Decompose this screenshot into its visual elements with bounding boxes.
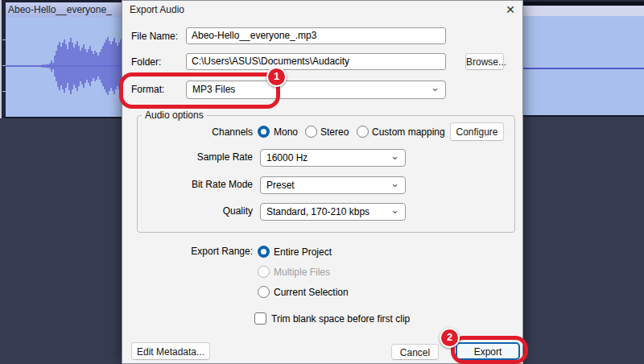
chevron-down-icon: ⌄: [390, 150, 399, 162]
audio-track-right[interactable]: [523, 0, 644, 118]
radio-stereo-label[interactable]: Stereo: [320, 126, 349, 138]
trim-blank-space-label[interactable]: Trim blank space before first clip: [271, 313, 410, 325]
trim-blank-space-checkbox[interactable]: [254, 312, 266, 325]
bit-rate-mode-value: Preset: [266, 180, 295, 191]
sample-rate-value: 16000 Hz: [266, 152, 308, 163]
radio-multiple-files: [258, 266, 270, 278]
export-audio-dialog: Export Audio × File Name: Abeo-Hello__ev…: [122, 0, 523, 364]
sample-rate-label: Sample Rate: [146, 151, 253, 163]
radio-entire-project-label[interactable]: Entire Project: [274, 246, 332, 258]
waveform-silent[interactable]: [523, 16, 644, 117]
annotation-rect-format: [119, 72, 280, 109]
radio-entire-project[interactable]: [258, 246, 270, 258]
timeline-strip: [523, 0, 644, 6]
channels-label: Channels: [146, 126, 253, 138]
file-name-input[interactable]: Abeo-Hello__everyone_.mp3: [186, 27, 446, 44]
dialog-title: Export Audio: [130, 4, 184, 15]
file-name-label: File Name:: [131, 31, 178, 42]
clip-title-bar[interactable]: Abeo-Hello__everyone_: [6, 2, 122, 17]
radio-mono[interactable]: [258, 126, 270, 138]
edit-metadata-button[interactable]: Edit Metadata...: [131, 342, 210, 360]
radio-stereo[interactable]: [305, 126, 317, 138]
sample-rate-dropdown[interactable]: 16000 Hz ⌄: [260, 149, 406, 167]
annotation-rect-export: [451, 336, 528, 364]
audio-track-left[interactable]: Abeo-Hello__everyone_: [0, 0, 122, 118]
radio-custom-mapping[interactable]: [357, 126, 369, 138]
audio-options-legend: Audio options: [142, 110, 207, 121]
radio-current-selection[interactable]: [258, 286, 270, 298]
waveform-svg: [6, 17, 122, 117]
configure-button[interactable]: Configure: [450, 122, 504, 141]
vertical-ruler: [0, 0, 6, 118]
radio-mono-label[interactable]: Mono: [274, 126, 298, 138]
waveform[interactable]: [6, 17, 122, 117]
clip-header-right[interactable]: [523, 6, 644, 16]
chevron-down-icon: ⌄: [431, 81, 440, 93]
export-range-label: Export Range:: [146, 246, 253, 257]
chevron-down-icon: ⌄: [390, 204, 399, 216]
bit-rate-mode-dropdown[interactable]: Preset ⌄: [260, 176, 406, 194]
chevron-down-icon: ⌄: [390, 177, 399, 189]
folder-label: Folder:: [131, 56, 161, 68]
bit-rate-mode-label: Bit Rate Mode: [146, 179, 253, 190]
quality-dropdown[interactable]: Standard, 170-210 kbps ⌄: [260, 203, 406, 221]
quality-value: Standard, 170-210 kbps: [266, 206, 369, 217]
annotation-badge-2: 2: [440, 328, 460, 348]
radio-current-selection-label[interactable]: Current Selection: [274, 287, 349, 298]
cancel-button[interactable]: Cancel: [391, 344, 439, 360]
radio-multiple-files-label: Multiple Files: [274, 267, 330, 278]
quality-label: Quality: [146, 205, 253, 217]
annotation-badge-1: 1: [266, 67, 287, 87]
close-icon[interactable]: ×: [501, 1, 520, 19]
waveform-center-line: [523, 68, 644, 69]
folder-input[interactable]: C:\Users\ASUS\Documents\Audacity: [186, 53, 446, 70]
radio-custom-mapping-label[interactable]: Custom mapping: [372, 126, 445, 138]
browse-button[interactable]: Browse...: [465, 53, 504, 70]
audio-clip[interactable]: Abeo-Hello__everyone_: [6, 0, 122, 118]
